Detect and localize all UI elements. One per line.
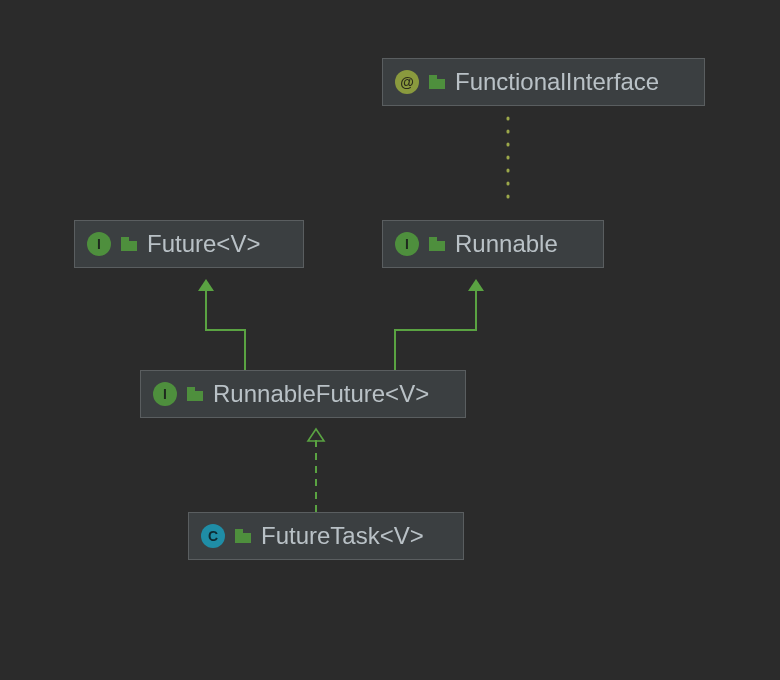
uml-diagram-canvas: FunctionalInterface Future<V> Runnable R… [0,0,780,680]
class-icon [201,524,225,548]
interface-icon [153,382,177,406]
interface-icon [87,232,111,256]
package-icon [429,237,445,251]
node-label: FunctionalInterface [455,68,659,96]
node-runnable-future[interactable]: RunnableFuture<V> [140,370,466,418]
node-future[interactable]: Future<V> [74,220,304,268]
annotation-icon [395,70,419,94]
package-icon [187,387,203,401]
edge-runnablefuture-to-future [198,279,245,370]
package-icon [121,237,137,251]
package-icon [429,75,445,89]
edge-runnablefuture-to-runnable [395,279,484,370]
edge-futuretask-to-runnablefuture [308,429,324,512]
node-label: FutureTask<V> [261,522,424,550]
node-label: RunnableFuture<V> [213,380,429,408]
node-runnable[interactable]: Runnable [382,220,604,268]
package-icon [235,529,251,543]
interface-icon [395,232,419,256]
node-label: Runnable [455,230,558,258]
node-label: Future<V> [147,230,260,258]
node-functional-interface[interactable]: FunctionalInterface [382,58,705,106]
node-future-task[interactable]: FutureTask<V> [188,512,464,560]
